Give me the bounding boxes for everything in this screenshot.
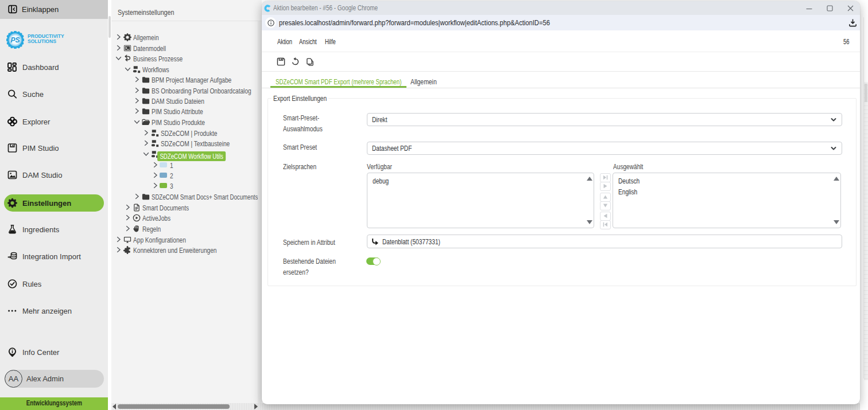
svg-text:PS: PS [10, 36, 20, 44]
